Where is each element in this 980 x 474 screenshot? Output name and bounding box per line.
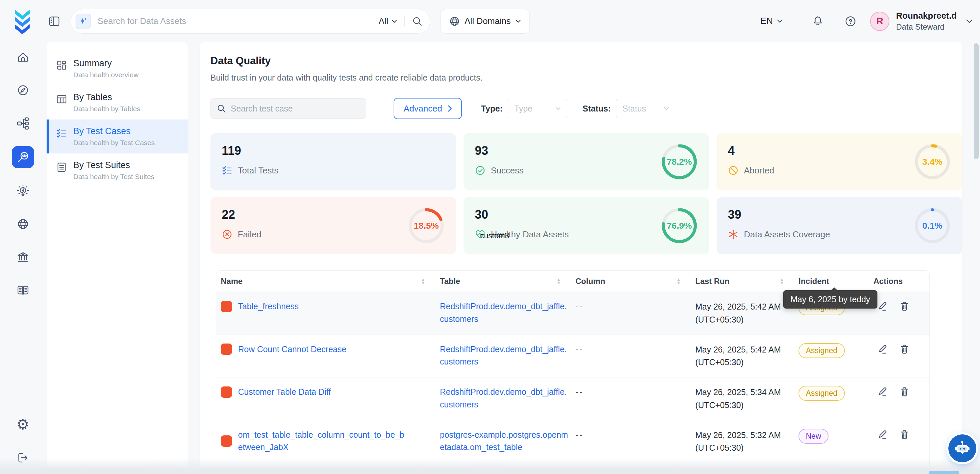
delete-icon[interactable] [899,472,909,474]
help-icon[interactable]: ? [844,15,857,28]
rail-settings-gear-icon[interactable]: ⚙ [12,414,34,435]
sort-icon[interactable]: ▲▼ [557,278,561,285]
rail-logout-icon[interactable] [12,447,34,469]
sort-icon[interactable]: ▲▼ [676,278,681,285]
subnav-title: By Test Suites [73,160,154,170]
edit-icon[interactable] [877,429,888,440]
user-menu[interactable]: Rounakpreet.d Data Steward [896,10,957,32]
ai-sparkle-icon[interactable] [76,14,91,29]
global-search: All [71,9,430,33]
tables-icon [56,94,67,105]
incident-badge[interactable]: Assigned [799,386,845,401]
user-name: Rounakpreet.d [896,10,957,21]
edit-icon[interactable] [877,472,888,474]
notifications-bell-icon[interactable] [811,15,824,28]
rail-observability-search-eye-icon[interactable] [12,146,34,168]
data-quality-subnav: Summary Data health overview By Tables D… [47,42,188,474]
last-run-value: May 26, 2025, 5:34 AM (UTC+05:30) [690,386,791,412]
incident-badge[interactable]: New [799,429,829,444]
nav-rail: ⚙ [0,42,46,474]
stat-label: Data Assets Coverage [744,229,830,240]
rail-lineage-flow-icon[interactable] [12,113,34,135]
table-row: om_test_table_table_column_count_to_be_b… [216,420,929,463]
column-header-column[interactable]: Column▲▼ [571,270,690,291]
rail-glossary-book-icon[interactable] [12,279,34,301]
table-link[interactable]: RedshiftProd.dev.demo_dbt_jaffle.custome… [440,300,571,325]
subnav-item-by-tables[interactable]: By Tables Data health by Tables [47,86,188,119]
sort-icon[interactable]: ▲▼ [780,278,784,285]
edit-icon[interactable] [877,301,888,312]
column-header-last-run[interactable]: Last Run▲▼ [690,270,794,291]
table-link[interactable]: postgres-example.postgres.openmetadata.o… [440,429,571,454]
status-filter-select[interactable]: Status [616,99,675,118]
subnav-item-by-test-cases[interactable]: By Test Cases Data health by Test Cases [47,119,188,153]
subnav-subtitle: Data health by Test Cases [73,139,155,147]
close-circle-icon [222,229,232,240]
edit-icon[interactable] [877,344,888,355]
table-link[interactable]: RedshiftProd.dev.demo_dbt_jaffle.custome… [440,343,571,368]
table-header: Name▲▼ Table▲▼ Column▲▼ Last Run▲▼ Incid… [216,270,929,292]
test-case-search [210,98,366,119]
test-case-link[interactable]: Row Count Cannot Decrease [238,343,346,356]
advanced-filter-button[interactable]: Advanced [394,98,462,119]
status-square [221,435,232,447]
test-case-link[interactable]: om_test_table_table_column_count_to_be_b… [238,429,404,454]
last-run-value: May 26, 2025, 5:32 AM (UTC+05:30) [690,429,791,455]
cancel-circle-icon [728,165,738,176]
subnav-item-summary[interactable]: Summary Data health overview [47,52,188,86]
sort-icon[interactable]: ▲▼ [421,278,425,285]
test-case-link[interactable]: Customer Table Data Diff [238,386,331,398]
rail-domains-globe-icon[interactable] [12,213,34,235]
subnav-item-by-test-suites[interactable]: By Test Suites Data health by Test Suite… [47,153,188,188]
search-icon [217,104,226,113]
delete-icon[interactable] [899,429,909,440]
column-value: -- [571,429,690,439]
incident-badge[interactable]: New [799,471,829,474]
stat-cards: 119 Total Tests 93 Success 78.2% 4 Abort… [210,133,963,254]
checklist-icon [222,165,232,176]
search-input[interactable] [97,16,379,26]
avatar[interactable]: R [870,12,889,31]
test-case-link[interactable]: customers_table_row_count_to_equal_qjnm [238,471,402,474]
table-link[interactable]: red-hybrid-20250509.dev.dbt_jaffle.custo… [440,471,571,474]
rail-explore-compass-icon[interactable] [12,79,34,101]
column-header-table[interactable]: Table▲▼ [435,270,571,291]
chatbot-button[interactable] [948,434,976,462]
stat-card-data-assets-coverage: 39 Data Assets Coverage 0.1% [717,197,963,254]
horizontal-scrollbar[interactable] [929,471,959,474]
search-scope-dropdown[interactable]: All [379,16,404,26]
column-header-name[interactable]: Name▲▼ [216,270,435,291]
language-dropdown[interactable]: EN [760,16,783,26]
svg-text:78.2%: 78.2% [667,157,692,167]
edit-icon[interactable] [877,387,888,397]
avatar-initial: R [876,16,883,27]
delete-icon[interactable] [899,387,909,397]
sidebar-toggle-icon[interactable] [48,15,60,28]
rail-home-icon[interactable] [12,46,34,68]
delete-icon[interactable] [899,301,909,312]
status-square [221,472,232,474]
domains-dropdown[interactable]: All Domains [440,9,530,33]
test-case-search-input[interactable] [231,104,360,113]
delete-icon[interactable] [899,344,909,355]
top-bar: All All Domains EN ? R Rounakpreet.d Dat… [0,0,980,42]
column-header-actions: Actions [869,270,929,291]
rail-insights-bulb-icon[interactable] [12,180,34,202]
vertical-scrollbar[interactable] [974,43,978,159]
table-link[interactable]: RedshiftProd.dev.demo_dbt_jaffle.custome… [440,386,571,411]
subnav-title: By Tables [73,92,140,103]
chevron-down-icon [555,107,561,110]
subnav-subtitle: Data health by Test Suites [73,173,154,181]
globe-icon [449,16,460,27]
search-icon[interactable] [412,16,423,27]
type-filter-select[interactable]: Type [508,99,567,118]
app-logo[interactable] [12,8,33,34]
filter-bar: Advanced Type: Type Status: Status [210,98,963,119]
test-case-link[interactable]: Table_freshness [238,300,299,313]
svg-text:76.9%: 76.9% [667,221,692,231]
rail-governance-bank-icon[interactable] [12,247,34,268]
stat-card-aborted: 4 Aborted 3.4% [717,133,963,190]
incident-badge[interactable]: Assigned [799,343,845,358]
svg-text:3.4%: 3.4% [923,157,942,167]
user-menu-chevron-icon[interactable] [966,19,973,23]
